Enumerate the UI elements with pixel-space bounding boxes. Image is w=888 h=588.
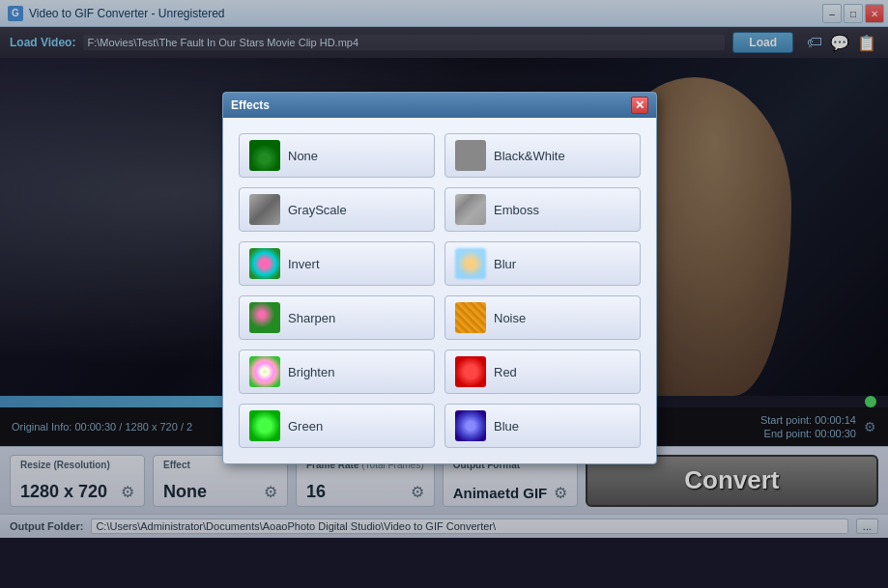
effect-sharpen-label: Sharpen <box>288 311 335 325</box>
effect-grayscale-label: GrayScale <box>288 203 347 217</box>
dialog-overlay: Effects ✕ NoneBlack&WhiteGrayScaleEmboss… <box>0 0 888 588</box>
effect-blue-label: Blue <box>494 419 519 434</box>
dialog-title-bar: Effects ✕ <box>223 93 656 118</box>
effect-brighten-button[interactable]: Brighten <box>239 350 435 394</box>
effect-bw-button[interactable]: Black&White <box>444 133 641 178</box>
effects-dialog: Effects ✕ NoneBlack&WhiteGrayScaleEmboss… <box>222 92 657 464</box>
effect-noise-button[interactable]: Noise <box>444 295 641 340</box>
effect-noise-label: Noise <box>494 311 526 325</box>
effect-blur-label: Blur <box>494 257 516 271</box>
effect-emboss-button[interactable]: Emboss <box>444 187 641 232</box>
effect-blue-button[interactable]: Blue <box>444 404 641 448</box>
effect-red-thumbnail <box>455 356 486 387</box>
effect-blur-thumbnail <box>455 248 486 279</box>
dialog-close-button[interactable]: ✕ <box>631 97 648 114</box>
effect-green-thumbnail <box>249 410 280 441</box>
effect-bw-thumbnail <box>455 140 486 171</box>
effect-none-button[interactable]: None <box>239 133 435 178</box>
effect-invert-label: Invert <box>288 257 320 271</box>
effect-invert-thumbnail <box>249 248 280 279</box>
effect-noise-thumbnail <box>455 302 486 333</box>
effect-emboss-thumbnail <box>455 194 486 225</box>
effects-grid: NoneBlack&WhiteGrayScaleEmbossInvertBlur… <box>223 118 656 463</box>
dialog-title: Effects <box>231 98 270 112</box>
effect-red-label: Red <box>494 365 517 379</box>
effect-blue-thumbnail <box>455 410 486 441</box>
effect-none-label: None <box>288 149 318 163</box>
effect-none-thumbnail <box>249 140 280 171</box>
effect-emboss-label: Emboss <box>494 203 539 217</box>
effect-grayscale-button[interactable]: GrayScale <box>239 187 435 232</box>
effect-brighten-label: Brighten <box>288 365 334 379</box>
effect-sharpen-button[interactable]: Sharpen <box>239 295 435 340</box>
effect-red-button[interactable]: Red <box>444 350 641 394</box>
effect-sharpen-thumbnail <box>249 302 280 333</box>
effect-invert-button[interactable]: Invert <box>239 241 435 286</box>
effect-brighten-thumbnail <box>249 356 280 387</box>
effect-green-label: Green <box>288 419 323 434</box>
effect-grayscale-thumbnail <box>249 194 280 225</box>
effect-bw-label: Black&White <box>494 149 565 163</box>
effect-blur-button[interactable]: Blur <box>444 241 641 286</box>
effect-green-button[interactable]: Green <box>239 404 435 448</box>
